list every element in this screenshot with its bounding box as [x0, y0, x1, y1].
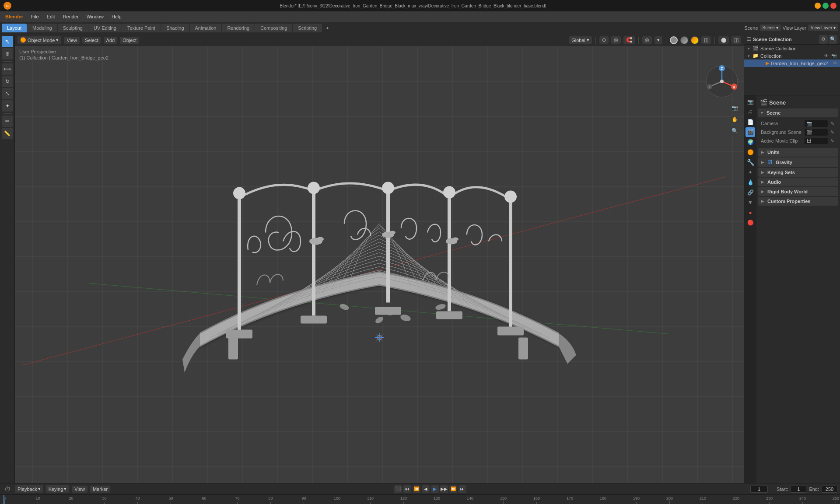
camera-edit-icon[interactable]: ✎	[829, 120, 836, 127]
movie-clip-edit-icon[interactable]: ✎	[829, 137, 836, 144]
tab-texture-paint[interactable]: Texture Paint	[122, 24, 161, 32]
prop-tab-scene[interactable]: 🎬	[746, 127, 755, 137]
proportional-edit[interactable]: ◎	[642, 36, 652, 44]
timeline-ruler[interactable]: 0102030405060708090100110120130140150160…	[0, 494, 840, 504]
tool-annotate[interactable]: ✏	[2, 116, 13, 127]
menu-blender[interactable]: Blender	[2, 13, 27, 20]
add-workspace-button[interactable]: +	[322, 24, 332, 32]
view-layer-dropdown[interactable]: View Layer ▾	[808, 24, 838, 31]
tab-uv-editing[interactable]: UV Editing	[88, 24, 122, 32]
tool-scale[interactable]: ⤡	[2, 88, 13, 99]
next-keyframe-button[interactable]: ⏩	[449, 485, 457, 493]
keying-section-header[interactable]: ▶ Keying Sets	[758, 168, 838, 177]
tab-sculpting[interactable]: Sculpting	[58, 24, 88, 32]
tool-rotate[interactable]: ↻	[2, 76, 13, 87]
prop-tab-data[interactable]: ▼	[746, 198, 755, 207]
wireframe-shading[interactable]: ◫	[701, 36, 711, 44]
outliner-collection[interactable]: ▾ 📁 Collection 👁 📷	[744, 52, 840, 60]
frame-end-input[interactable]	[822, 486, 837, 493]
snap-toggle[interactable]: 🧲	[623, 36, 635, 44]
global-selector[interactable]: Global ▾	[569, 36, 592, 44]
hand-move-icon[interactable]: ✋	[730, 115, 739, 124]
playback-menu[interactable]: Playback ▾	[15, 485, 43, 493]
tab-compositing[interactable]: Compositing	[255, 24, 292, 32]
navigation-gizmo[interactable]: Z X Y	[704, 64, 739, 99]
jump-start-button[interactable]: ⏮	[403, 485, 411, 493]
bg-scene-edit-icon[interactable]: ✎	[829, 129, 836, 136]
frame-start-input[interactable]	[791, 486, 806, 493]
outliner-scene-collection[interactable]: ▾ 🎬 Scene Collection	[744, 45, 840, 52]
prop-tab-material[interactable]: ●	[746, 208, 755, 217]
prop-tab-world[interactable]: 🌍	[746, 137, 755, 147]
add-menu[interactable]: Add	[104, 37, 118, 44]
proportional-options[interactable]: ▾	[654, 36, 662, 44]
tool-select[interactable]: ↖	[2, 36, 13, 47]
menu-edit[interactable]: Edit	[43, 13, 59, 20]
prop-tab-render[interactable]: 📷	[746, 97, 755, 107]
tool-move[interactable]: ⟺	[2, 63, 13, 75]
solid-shading[interactable]	[670, 36, 678, 44]
tool-transform[interactable]: ✦	[2, 100, 13, 112]
maximize-button[interactable]	[822, 3, 829, 9]
prop-tab-shader[interactable]: 🔴	[746, 218, 755, 228]
tool-cursor[interactable]: ⊕	[2, 48, 13, 60]
play-button[interactable]: ▶	[431, 485, 439, 493]
prev-frame-button[interactable]: ◀	[422, 485, 430, 493]
tab-shading[interactable]: Shading	[161, 24, 189, 32]
menu-file[interactable]: File	[28, 13, 42, 20]
outliner-filter-icon[interactable]: ⚙	[819, 35, 828, 44]
viewport[interactable]: 🟠 Object Mode ▾ View Select Add Object G…	[15, 34, 744, 483]
menu-render[interactable]: Render	[60, 13, 82, 20]
view-menu[interactable]: View	[64, 37, 80, 44]
outliner-object[interactable]: ▶ ▶ Garden_Iron_Bridge_geo2 👁 📷	[744, 60, 840, 67]
prev-keyframe-button[interactable]: ⏪	[413, 485, 420, 493]
camera-view-icon[interactable]: 📷	[730, 103, 739, 113]
object-view-icon[interactable]: 👁	[833, 61, 837, 66]
tab-animation[interactable]: Animation	[190, 24, 222, 32]
tab-layout[interactable]: Layout	[2, 24, 27, 32]
marker-menu[interactable]: Marker	[90, 486, 110, 493]
gravity-section-header[interactable]: ▶ ☑ Gravity	[758, 158, 838, 167]
keying-menu[interactable]: Keying ▾	[46, 485, 70, 493]
tab-rendering[interactable]: Rendering	[222, 24, 255, 32]
mode-selector[interactable]: 🟠 Object Mode ▾	[18, 36, 61, 44]
panel-options-icon[interactable]: ⋮	[832, 100, 836, 105]
next-frame-button[interactable]: ▶▶	[440, 485, 448, 493]
bg-scene-value[interactable]: 🎬	[805, 129, 828, 136]
scene-dropdown[interactable]: Scene ▾	[760, 24, 781, 31]
object-menu[interactable]: Object	[120, 37, 139, 44]
jump-end-button[interactable]: ⏭	[458, 485, 466, 493]
custom-props-section-header[interactable]: ▶ Custom Properties	[758, 197, 838, 206]
audio-section-header[interactable]: ▶ Audio	[758, 178, 838, 186]
prop-tab-physics[interactable]: 💧	[746, 178, 755, 187]
select-menu[interactable]: Select	[82, 37, 101, 44]
prop-tab-object[interactable]: 🟠	[746, 147, 755, 157]
menu-window[interactable]: Window	[83, 13, 107, 20]
prop-tab-output[interactable]: 🖨	[746, 107, 755, 117]
camera-value[interactable]: 📷	[805, 120, 828, 127]
prop-tab-constraints[interactable]: 🔗	[746, 188, 755, 197]
prop-tab-particles[interactable]: ✦	[746, 168, 755, 177]
movie-clip-value[interactable]: 🎞	[805, 138, 828, 144]
tab-scripting[interactable]: Scripting	[293, 24, 322, 32]
current-frame-input[interactable]	[750, 486, 768, 493]
keyframe-toggle[interactable]: ⬛	[394, 485, 402, 493]
rendered-shading[interactable]	[691, 36, 699, 44]
gravity-checkbox[interactable]: ☑	[767, 159, 772, 165]
overlay-toggle[interactable]: ⬤	[718, 36, 729, 44]
zoom-icon[interactable]: 🔍	[730, 126, 739, 136]
collection-render-icon[interactable]: 📷	[831, 53, 836, 58]
tab-modeling[interactable]: Modeling	[27, 24, 57, 32]
minimize-button[interactable]	[815, 3, 821, 9]
rigid-body-section-header[interactable]: ▶ Rigid Body World	[758, 187, 838, 196]
pivot-point[interactable]: ◎	[611, 36, 621, 44]
xray-toggle[interactable]: ◫	[732, 36, 741, 44]
timeline-view-menu[interactable]: View	[72, 486, 88, 493]
close-button[interactable]	[830, 3, 836, 9]
scene-section-header[interactable]: ▾ Scene	[758, 108, 838, 117]
prop-tab-view-layer[interactable]: 📄	[746, 117, 755, 127]
units-section-header[interactable]: ▶ Units	[758, 148, 838, 157]
menu-help[interactable]: Help	[108, 13, 125, 20]
prop-tab-modifiers[interactable]: 🔧	[746, 158, 755, 167]
tool-measure[interactable]: 📏	[2, 128, 13, 139]
